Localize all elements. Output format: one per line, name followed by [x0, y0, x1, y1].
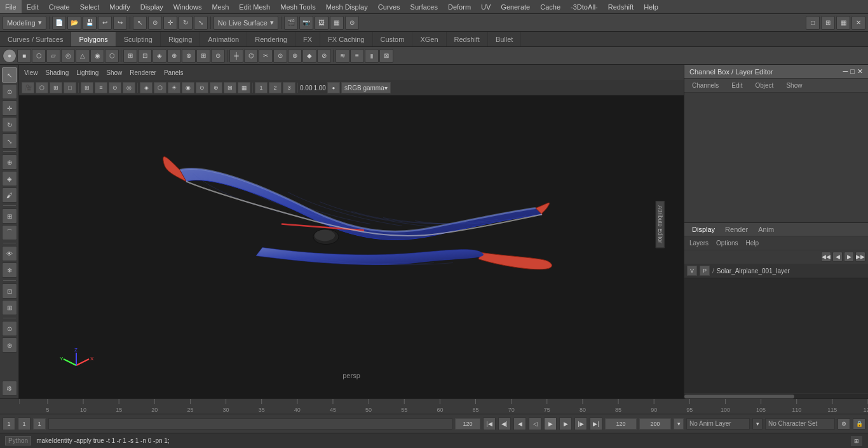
- bridge-btn[interactable]: ⊡: [138, 49, 152, 63]
- layer-subtab-layers[interactable]: Layers: [687, 240, 711, 247]
- merge-btn[interactable]: ⊛: [288, 49, 302, 63]
- attribute-editor-tab[interactable]: Attribute Editor: [656, 201, 665, 248]
- menu-deform[interactable]: Deform: [443, 0, 476, 13]
- tab-sculpting[interactable]: Sculpting: [116, 32, 161, 46]
- layer-back-btn[interactable]: ◀: [832, 252, 843, 262]
- grid-btn[interactable]: ⊞: [81, 82, 93, 93]
- layer-scrollbar[interactable]: [684, 393, 868, 398]
- workspace-dropdown[interactable]: Modeling ▾: [3, 16, 46, 30]
- char-set-gear[interactable]: ⚙: [837, 418, 850, 430]
- frame-end-input[interactable]: 120: [455, 418, 480, 430]
- connect-btn[interactable]: ⌬: [244, 49, 258, 63]
- lighting-mode-btn[interactable]: ☀: [168, 82, 180, 93]
- playback-dropdown-btn[interactable]: ▾: [674, 418, 684, 430]
- tab-xgen[interactable]: XGen: [412, 32, 446, 46]
- tab-redshift[interactable]: Redshift: [447, 32, 488, 46]
- maximize-icon[interactable]: □: [850, 67, 855, 76]
- new-scene-btn[interactable]: 📄: [52, 16, 66, 30]
- play-back-btn[interactable]: ◁: [529, 417, 541, 430]
- next-key-btn[interactable]: ▶: [559, 417, 572, 430]
- tab-rigging[interactable]: Rigging: [161, 32, 200, 46]
- layer-vis-toggle[interactable]: V: [687, 266, 697, 276]
- go-to-start-btn[interactable]: |◀: [483, 417, 496, 430]
- playback-end-field[interactable]: 120: [605, 418, 637, 430]
- tab-polygons[interactable]: Polygons: [71, 32, 116, 46]
- freeze-tool[interactable]: ❄: [2, 262, 17, 278]
- vp-menu-panels[interactable]: Panels: [161, 69, 186, 76]
- layer-item[interactable]: V P / Solar_Airplane_001_layer: [684, 264, 868, 278]
- layer-prev-btn[interactable]: ◀◀: [821, 252, 831, 262]
- xray-btn[interactable]: ⊙: [196, 82, 208, 93]
- vp2-btn[interactable]: ▦: [238, 82, 250, 93]
- ao-btn[interactable]: ⊛: [210, 82, 222, 93]
- poly-cube-btn[interactable]: ■: [17, 49, 31, 63]
- script-editor-btn[interactable]: ⊞: [850, 435, 863, 447]
- vp-menu-lighting[interactable]: Lighting: [74, 69, 101, 76]
- fill-hole-btn[interactable]: ⊙: [211, 49, 225, 63]
- rotate-tool[interactable]: ↻: [2, 117, 17, 132]
- camera-select-btn[interactable]: 🎥: [22, 82, 34, 93]
- layer-tab-display[interactable]: Display: [689, 226, 717, 233]
- select-tool-btn[interactable]: ↖: [133, 16, 147, 30]
- symmetry-btn[interactable]: ⊠: [379, 49, 393, 63]
- move-tool[interactable]: ✛: [2, 100, 17, 116]
- poly-cyl-btn[interactable]: ⬡: [32, 49, 46, 63]
- timeline-ruler[interactable]: 5101520253035404550556065707580859095100…: [19, 399, 868, 414]
- move-tool-btn[interactable]: ✛: [163, 16, 177, 30]
- texture-btn[interactable]: ⬡: [154, 82, 166, 93]
- layer-tab-anim[interactable]: Anim: [756, 226, 776, 233]
- snap-to-curve[interactable]: ⌒: [2, 225, 17, 240]
- vp-menu-show[interactable]: Show: [104, 69, 125, 76]
- combine-btn[interactable]: ⊕: [167, 49, 181, 63]
- layer-fwd-btn[interactable]: ▶: [844, 252, 854, 262]
- collapse-btn[interactable]: ◆: [302, 49, 316, 63]
- quality-1[interactable]: 1: [255, 82, 268, 93]
- extrude-btn[interactable]: ⊞: [123, 49, 137, 63]
- tab-fx[interactable]: FX: [295, 32, 320, 46]
- lasso-tool-btn[interactable]: ⊙: [148, 16, 162, 30]
- char-set-lock[interactable]: 🔒: [853, 418, 865, 430]
- channel-tab-channels[interactable]: Channels: [687, 81, 724, 90]
- shading-btn[interactable]: ◈: [140, 82, 153, 93]
- tab-custom[interactable]: Custom: [373, 32, 413, 46]
- poly-torus-btn[interactable]: ◎: [61, 49, 75, 63]
- menu-select[interactable]: Select: [75, 0, 105, 13]
- poly-plane-btn[interactable]: ▱: [46, 49, 60, 63]
- scale-tool[interactable]: ⤡: [2, 133, 17, 149]
- resolution-btn[interactable]: ⊞: [50, 82, 62, 93]
- tab-curves-surfaces[interactable]: Curves / Surfaces: [0, 32, 71, 46]
- menu-file[interactable]: File: [0, 0, 22, 13]
- menu-mesh-display[interactable]: Mesh Display: [321, 0, 373, 13]
- rotate-tool-btn[interactable]: ↻: [179, 16, 193, 30]
- insert-edge-btn[interactable]: ╪: [229, 49, 243, 63]
- channel-tab-object[interactable]: Object: [750, 81, 779, 90]
- layer-next-btn[interactable]: ▶▶: [855, 252, 865, 262]
- camera-tool[interactable]: ⊙: [2, 321, 17, 336]
- show-hide-tool[interactable]: 👁: [2, 246, 17, 261]
- quality-3[interactable]: 3: [283, 82, 295, 93]
- render5-btn[interactable]: ⊙: [345, 16, 359, 30]
- harden-btn[interactable]: ≡: [350, 49, 364, 63]
- soft-select[interactable]: ◈: [2, 171, 17, 186]
- menu-generate[interactable]: Generate: [496, 0, 535, 13]
- menu-create[interactable]: Create: [44, 0, 75, 13]
- settings-gear-btn[interactable]: ⚙: [2, 381, 17, 396]
- channel-tab-show[interactable]: Show: [781, 81, 807, 90]
- menu-help[interactable]: Help: [639, 0, 663, 13]
- vp-menu-renderer[interactable]: Renderer: [127, 69, 159, 76]
- icon-sets[interactable]: ⊞: [2, 300, 17, 315]
- bevel-btn[interactable]: ◈: [153, 49, 166, 63]
- timeline[interactable]: 5101520253035404550556065707580859095100…: [0, 398, 868, 414]
- python-command[interactable]: makeIdentity -apply true -t 1 -r 1 -s 1 …: [36, 437, 845, 444]
- tab-animation[interactable]: Animation: [200, 32, 247, 46]
- poly-sphere-btn[interactable]: ●: [3, 49, 17, 63]
- vp-menu-shading[interactable]: Shading: [43, 69, 72, 76]
- shadow-btn[interactable]: ◉: [182, 82, 194, 93]
- open-scene-btn[interactable]: 📂: [67, 16, 81, 30]
- tab-bullet[interactable]: Bullet: [488, 32, 522, 46]
- step-fwd-btn[interactable]: |▶: [574, 417, 587, 430]
- menu-surfaces[interactable]: Surfaces: [405, 0, 443, 13]
- universal-manipulator[interactable]: ⊕: [2, 154, 17, 170]
- layout-btn-4[interactable]: ✕: [851, 16, 865, 30]
- quality-2[interactable]: 2: [269, 82, 281, 93]
